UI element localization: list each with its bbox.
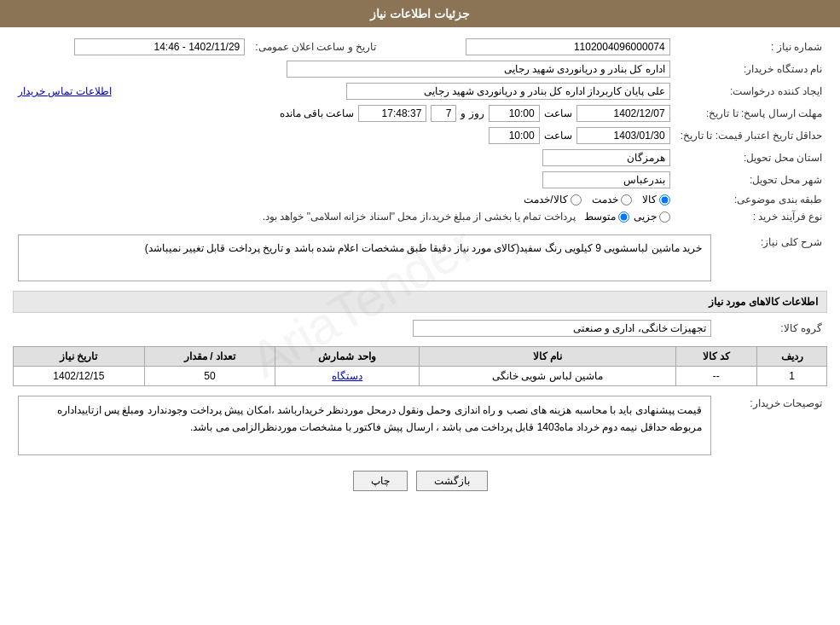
col-tarikh: تاریخ نیاز [14, 347, 145, 367]
mohlat-remaining-label: ساعت باقی مانده [280, 107, 355, 119]
radio-kala-khadamat-label: کالا/خدمت [524, 194, 567, 205]
shomara-niaz-value: 1102004096000074 [466, 38, 670, 55]
shahr-label: شهر محل تحویل: [675, 169, 827, 191]
group-label: گروه کالا: [716, 317, 827, 339]
nam-dastgah-value: اداره کل بنادر و دریانوردی شهید رجایی [287, 61, 670, 78]
bazgasht-button[interactable]: بازگشت [416, 471, 488, 491]
tosiyeh-label: توصیحات خریدار: [750, 397, 822, 409]
mohlat-rooz-label: روز و [461, 107, 484, 119]
table-row: 1 -- ماشین لباس شویی خانگی دستگاه 50 140… [14, 367, 827, 386]
ostan-value: هرمزگان [542, 149, 670, 166]
page-title: جزئیات اطلاعات نیاز [370, 7, 470, 20]
mohlat-time-label: ساعت [544, 107, 572, 119]
col-kod: کد کالا [675, 347, 756, 367]
tarikh-elaan-label: تاریخ و ساعت اعلان عمومی: [250, 36, 393, 58]
cell-tarikh: 1402/12/15 [14, 367, 145, 386]
cell-vahed: دستگاه [275, 367, 420, 386]
radio-khadamat[interactable]: خدمت [592, 194, 632, 205]
tosiyeh-text: قیمت پیشنهادی باید با محاسبه هزینه های ن… [18, 396, 711, 455]
nam-dastgah-label: نام دستگاه خریدار: [675, 58, 827, 80]
hadaqal-time-label: ساعت [544, 130, 572, 142]
mohlat-rooz: 7 [431, 105, 456, 122]
mohlat-time: 10:00 [489, 105, 540, 122]
col-tedad: تعداد / مقدار [144, 347, 275, 367]
radio-kala-khadamat-input[interactable] [571, 194, 582, 205]
tabaqe-label: طبقه بندی موضوعی: [675, 191, 827, 208]
mohlat-remaining: 17:48:37 [358, 105, 426, 122]
cell-name: ماشین لباس شویی خانگی [420, 367, 676, 386]
col-vahed: واحد شمارش [275, 347, 420, 367]
chap-button[interactable]: چاپ [353, 471, 408, 491]
hadaqal-label: حداقل تاریخ اعتبار قیمت: تا تاریخ: [675, 124, 827, 147]
nove-farayand-label: نوع فرآیند خرید : [675, 208, 827, 225]
page-header: جزئیات اطلاعات نیاز [0, 0, 840, 27]
radio-kala-label: کالا [642, 194, 657, 205]
radio-jozee-input[interactable] [659, 211, 670, 223]
shomara-niaz-label: شماره نیاز : [675, 36, 827, 58]
cell-radif: 1 [757, 367, 827, 386]
button-bar: بازگشت چاپ [13, 471, 827, 491]
ijad-konande-label: ایجاد کننده درخواست: [675, 80, 827, 102]
radio-jozee[interactable]: جزیی [634, 211, 670, 223]
mohlat-date: 1402/12/07 [576, 105, 670, 122]
hadaqal-date: 1403/01/30 [576, 127, 670, 144]
cell-tedad: 50 [144, 367, 275, 386]
sharh-label: شرح کلی نیاز: [761, 236, 822, 248]
etelaat-link[interactable]: اطلاعات تماس خریدار [18, 85, 112, 97]
nove-farayand-desc: پرداخت تمام یا بخشی از مبلغ خرید،از محل … [263, 211, 576, 223]
radio-kala[interactable]: کالا [642, 194, 670, 205]
radio-jozee-label: جزیی [634, 211, 657, 223]
radio-motovaset-label: متوسط [584, 211, 616, 223]
mohlat-label: مهلت ارسال پاسخ: تا تاریخ: [675, 102, 827, 124]
ijad-konande-value: علی پایان کاربرداز اداره کل بنادر و دریا… [346, 83, 670, 100]
radio-motovaset-input[interactable] [618, 211, 629, 223]
sharh-text: خرید ماشین لباسشویی 9 کیلویی رنگ سفید(کا… [18, 234, 711, 281]
col-name: نام کالا [420, 347, 676, 367]
shahr-value: بندرعباس [542, 171, 670, 188]
hadaqal-time: 10:00 [489, 127, 540, 144]
tarikh-elaan-value: 1402/11/29 - 14:46 [74, 38, 245, 55]
kalaha-title: اطلاعات کالاهای مورد نیاز [13, 291, 827, 313]
group-value: تجهیزات خانگی، اداری و صنعتی [413, 320, 711, 337]
goods-table: ردیف کد کالا نام کالا واحد شمارش تعداد /… [13, 346, 827, 386]
radio-motovaset[interactable]: متوسط [584, 211, 629, 223]
col-radif: ردیف [757, 347, 827, 367]
radio-kala-khadamat[interactable]: کالا/خدمت [524, 194, 581, 205]
cell-kod: -- [675, 367, 756, 386]
radio-kala-input[interactable] [659, 194, 670, 205]
radio-khadamat-label: خدمت [592, 194, 618, 205]
radio-khadamat-input[interactable] [621, 194, 632, 205]
ostan-label: استان محل تحویل: [675, 147, 827, 169]
